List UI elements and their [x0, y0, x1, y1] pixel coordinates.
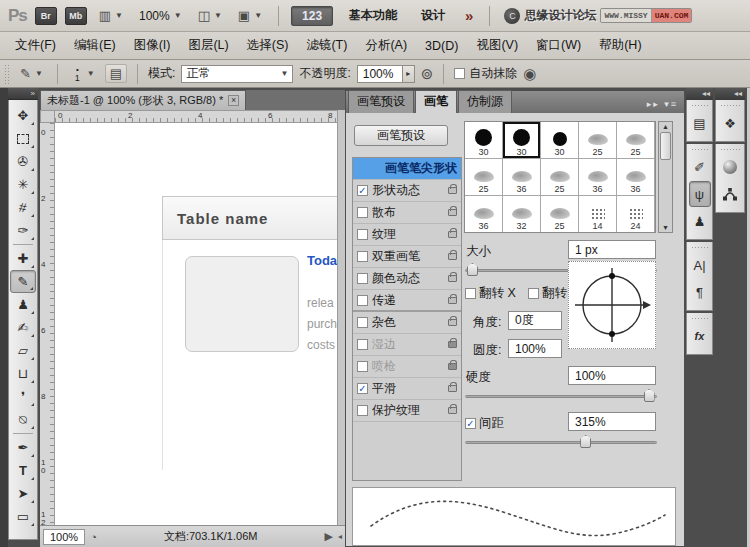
setting-airbrush[interactable]: 喷枪: [353, 356, 461, 378]
tool-preset-picker[interactable]: ✎▼: [16, 64, 47, 83]
toggle-brush-panel-button[interactable]: ▤: [105, 64, 127, 83]
character-panel-icon[interactable]: A|: [689, 252, 711, 278]
lock-icon[interactable]: [448, 231, 457, 238]
tab-brush[interactable]: 画笔: [415, 90, 457, 113]
brush-tip[interactable]: 25: [579, 122, 617, 159]
type-tool[interactable]: T: [10, 459, 36, 482]
brush-tip[interactable]: 25: [541, 196, 579, 233]
menu-select[interactable]: 选择(S): [238, 33, 298, 58]
auto-erase-checkbox[interactable]: [454, 68, 465, 79]
setting-dual-brush[interactable]: 双重画笔: [353, 246, 461, 268]
layer-styles-panel-icon[interactable]: fx: [689, 323, 711, 349]
quick-selection-tool[interactable]: ✳: [10, 173, 36, 196]
lock-icon[interactable]: [448, 297, 457, 304]
size-input[interactable]: 1 px: [568, 240, 656, 259]
scroll-up-icon[interactable]: ▲: [662, 123, 669, 130]
checkbox[interactable]: [357, 317, 368, 328]
bridge-button[interactable]: Br: [35, 7, 57, 25]
panel-menu-icon[interactable]: ▸▸ ▾≡: [641, 99, 684, 113]
brush-panel-icon[interactable]: ψ: [689, 181, 711, 207]
brush-tip[interactable]: 36: [617, 159, 655, 196]
tab-brush-presets[interactable]: 画笔预设: [348, 90, 414, 113]
setting-scattering[interactable]: 散布: [353, 202, 461, 224]
healing-brush-tool[interactable]: ✚: [10, 247, 36, 270]
setting-color-dynamics[interactable]: 颜色动态: [353, 268, 461, 290]
slider-thumb[interactable]: [644, 389, 655, 402]
setting-texture[interactable]: 纹理: [353, 224, 461, 246]
checkbox[interactable]: [357, 405, 368, 416]
spacing-option[interactable]: ✓间距: [465, 415, 504, 432]
brush-tip[interactable]: 36: [465, 196, 503, 233]
brush-tip[interactable]: 25: [465, 159, 503, 196]
lock-icon[interactable]: [448, 209, 457, 216]
opacity-field[interactable]: 100%▸: [357, 65, 415, 83]
brush-tip[interactable]: 14: [579, 196, 617, 233]
setting-shape-dynamics[interactable]: ✓形状动态: [353, 180, 461, 202]
path-select-tool[interactable]: ➤: [10, 482, 36, 505]
checkbox[interactable]: [357, 273, 368, 284]
hardness-input[interactable]: 100%: [568, 366, 656, 385]
opacity-spinner[interactable]: ▸: [403, 65, 415, 83]
flip-x-option[interactable]: 翻转 X: [465, 285, 516, 302]
paths-panel-icon[interactable]: [719, 181, 741, 207]
eraser-tool[interactable]: ▱: [10, 339, 36, 362]
tab-clone-source[interactable]: 仿制源: [458, 90, 512, 113]
checkbox[interactable]: [357, 295, 368, 306]
brush-tip[interactable]: 25: [541, 159, 579, 196]
lock-icon[interactable]: [448, 275, 457, 282]
angle-roundness-control[interactable]: [568, 261, 656, 349]
slider-thumb[interactable]: [580, 435, 591, 448]
scroll-down-icon[interactable]: ▼: [662, 224, 669, 231]
lock-icon[interactable]: [448, 253, 457, 260]
setting-smoothing[interactable]: ✓平滑: [353, 378, 461, 400]
clone-stamp-tool[interactable]: ♟: [10, 293, 36, 316]
lasso-tool[interactable]: ✇: [10, 150, 36, 173]
auto-erase-option[interactable]: 自动抹除: [454, 65, 517, 82]
brush-tip[interactable]: 36: [503, 159, 541, 196]
brush-tip[interactable]: 30: [465, 122, 503, 159]
opacity-value[interactable]: 100%: [357, 65, 403, 83]
scroll-left-icon[interactable]: ◂: [338, 532, 342, 541]
mode-select[interactable]: 正常▼: [181, 65, 293, 83]
checkbox[interactable]: [357, 229, 368, 240]
menu-window[interactable]: 窗口(W): [527, 33, 590, 58]
brush-tip[interactable]: 25: [617, 122, 655, 159]
menu-file[interactable]: 文件(F): [6, 33, 65, 58]
menu-analysis[interactable]: 分析(A): [356, 33, 416, 58]
menu-help[interactable]: 帮助(H): [590, 33, 650, 58]
layers-panel-icon[interactable]: ❖: [719, 110, 741, 136]
marquee-tool[interactable]: [10, 127, 36, 150]
pencil-tool[interactable]: ✎: [10, 270, 36, 293]
menu-edit[interactable]: 编辑(E): [65, 33, 125, 58]
workspace-123-button[interactable]: 123: [291, 6, 333, 26]
setting-protect-texture[interactable]: 保护纹理: [353, 400, 461, 422]
tools-collapse-button[interactable]: »: [8, 88, 38, 100]
document-vertical-scrollbar[interactable]: [337, 110, 345, 525]
zoom-level-dropdown[interactable]: 100%▼: [135, 7, 186, 25]
checkbox[interactable]: ✓: [357, 185, 368, 196]
minibridge-button[interactable]: Mb: [65, 7, 87, 25]
menu-image[interactable]: 图像(I): [125, 33, 180, 58]
workspace-more-button[interactable]: »: [461, 7, 477, 24]
blur-tool[interactable]: ❜: [10, 385, 36, 408]
paragraph-panel-icon[interactable]: ¶: [689, 279, 711, 305]
paint-bucket-tool[interactable]: ⊔: [10, 362, 36, 385]
flip-y-checkbox[interactable]: [528, 288, 539, 299]
dodge-tool[interactable]: ⍉: [10, 408, 36, 431]
brush-tip-selected[interactable]: 30: [503, 122, 541, 159]
checkbox[interactable]: [357, 339, 368, 350]
menu-filter[interactable]: 滤镜(T): [297, 33, 356, 58]
folder-panel-icon[interactable]: ▤: [689, 110, 711, 136]
dock-collapse-button[interactable]: ◂◂: [686, 88, 713, 100]
menu-layer[interactable]: 图层(L): [179, 33, 237, 58]
checkbox[interactable]: [357, 207, 368, 218]
lock-icon[interactable]: [448, 187, 457, 194]
move-tool[interactable]: ✥: [10, 104, 36, 127]
lock-icon[interactable]: [448, 407, 457, 414]
setting-brush-tip-shape[interactable]: 画笔笔尖形状: [353, 158, 461, 180]
history-brush-tool[interactable]: ✍: [10, 316, 36, 339]
screen-mode-dropdown[interactable]: ▣▼: [234, 6, 266, 25]
channels-panel-icon[interactable]: [719, 154, 741, 180]
brush-tip[interactable]: 24: [617, 196, 655, 233]
menu-3d[interactable]: 3D(D): [416, 35, 467, 57]
